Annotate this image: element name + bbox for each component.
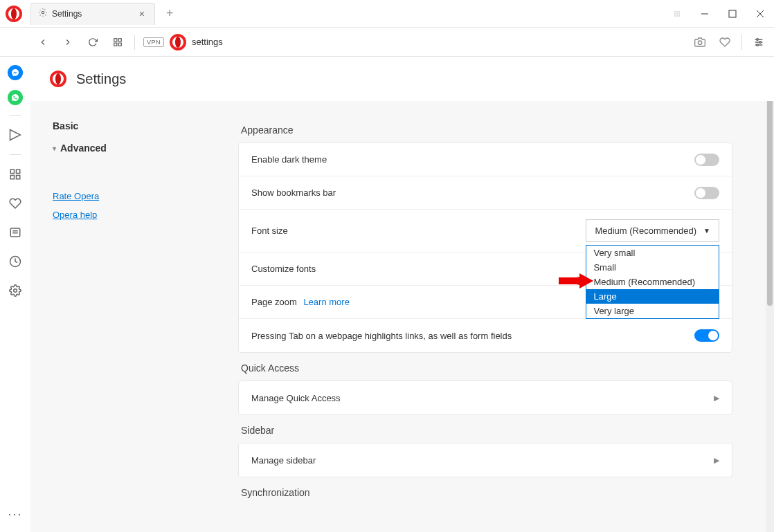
- browser-tab[interactable]: Settings ×: [30, 3, 155, 25]
- settings-sidenav: Basic ▾ Advanced Rate Opera Opera help: [30, 57, 197, 532]
- sidebar-card: Manage sidebar ▶: [238, 443, 732, 477]
- svg-point-18: [759, 41, 762, 43]
- more-icon[interactable]: ···: [6, 504, 25, 524]
- font-size-select[interactable]: Medium (Recommended) ▼ Very smallSmallMe…: [586, 219, 719, 242]
- svg-rect-8: [118, 38, 121, 41]
- caret-down-icon: ▾: [53, 145, 56, 152]
- svg-point-17: [757, 38, 759, 40]
- divider: [10, 115, 21, 116]
- font-size-dropdown: Very smallSmallMedium (Recommended)Large…: [586, 245, 719, 319]
- separator: [134, 35, 135, 50]
- dark-theme-toggle[interactable]: [694, 154, 719, 166]
- opera-icon: [170, 34, 186, 51]
- heart-icon[interactable]: [714, 31, 736, 53]
- svg-marker-33: [559, 273, 593, 288]
- appearance-card: Enable dark theme Show bookmarks bar Fon…: [238, 143, 732, 353]
- history-icon[interactable]: [6, 252, 25, 271]
- titlebar: Settings × +: [0, 0, 774, 28]
- address-bar[interactable]: VPN settings: [141, 34, 686, 51]
- tab-highlight-toggle[interactable]: [694, 329, 719, 342]
- row-label: Manage Quick Access: [251, 393, 341, 403]
- close-button[interactable]: [746, 0, 774, 28]
- svg-rect-21: [10, 169, 14, 173]
- svg-point-13: [698, 41, 701, 44]
- window-controls: [663, 0, 774, 28]
- settings-icon[interactable]: [6, 281, 25, 300]
- whatsapp-icon[interactable]: [8, 90, 23, 105]
- sidenav-item-basic[interactable]: Basic: [44, 115, 183, 137]
- row-label: Page zoom Learn more: [251, 297, 350, 307]
- row-manage-sidebar[interactable]: Manage sidebar ▶: [239, 443, 732, 477]
- svg-point-12: [175, 37, 181, 48]
- chevron-right-icon: ▶: [714, 394, 719, 403]
- news-icon[interactable]: [6, 223, 25, 242]
- opera-help-link[interactable]: Opera help: [44, 205, 183, 224]
- svg-rect-10: [118, 43, 121, 46]
- chevron-down-icon: ▼: [703, 227, 710, 235]
- svg-point-29: [14, 289, 17, 293]
- svg-point-31: [55, 73, 61, 84]
- speed-dial-icon[interactable]: [663, 0, 691, 28]
- sidenav-label: Basic: [53, 120, 78, 131]
- divider: [10, 154, 21, 155]
- row-label: Customize fonts: [251, 264, 316, 274]
- row-bookmarks-bar: Show bookmarks bar: [239, 176, 732, 210]
- sidenav-label: Advanced: [60, 143, 107, 154]
- reload-button[interactable]: [82, 31, 104, 53]
- scrollbar-thumb[interactable]: [767, 98, 773, 306]
- close-icon[interactable]: ×: [136, 8, 147, 19]
- vpn-badge[interactable]: VPN: [143, 37, 164, 47]
- row-label: Font size: [251, 226, 288, 236]
- svg-rect-7: [114, 38, 117, 41]
- toolbar: VPN settings: [0, 28, 774, 57]
- bookmarks-bar-toggle[interactable]: [694, 187, 719, 199]
- row-label: Show bookmarks bar: [251, 187, 336, 198]
- bookmarks-icon[interactable]: [6, 194, 25, 213]
- row-label: Enable dark theme: [251, 154, 327, 165]
- row-dark-theme: Enable dark theme: [239, 143, 732, 176]
- row-label: Pressing Tab on a webpage highlights lin…: [251, 331, 512, 341]
- dropdown-option[interactable]: Very small: [586, 246, 719, 260]
- svg-rect-23: [10, 176, 14, 179]
- easy-setup-icon[interactable]: [748, 31, 770, 53]
- maximize-button[interactable]: [719, 0, 746, 28]
- sidenav-item-advanced[interactable]: ▾ Advanced: [44, 137, 183, 159]
- row-font-size: Font size Medium (Recommended) ▼ Very sm…: [239, 210, 732, 253]
- messenger-icon[interactable]: [8, 65, 23, 80]
- speed-dial-icon[interactable]: [6, 165, 25, 184]
- scrollbar[interactable]: [766, 57, 774, 532]
- minimize-button[interactable]: [691, 0, 719, 28]
- dropdown-option[interactable]: Very large: [586, 304, 719, 318]
- page-title: Settings: [76, 71, 126, 87]
- select-value: Medium (Recommended): [595, 226, 696, 236]
- settings-content: Settings Basic ▾ Advanced Rate Opera Ope…: [30, 57, 774, 532]
- opera-icon: [50, 71, 66, 87]
- address-text: settings: [192, 37, 223, 47]
- svg-rect-9: [114, 43, 117, 46]
- opera-logo[interactable]: [0, 6, 28, 22]
- app-sidebar: ···: [0, 57, 30, 532]
- section-title-sync: Synchronization: [241, 487, 732, 498]
- tab-title: Settings: [52, 9, 136, 19]
- row-label: Manage sidebar: [251, 455, 316, 466]
- dropdown-option[interactable]: Medium (Recommended): [586, 275, 719, 289]
- annotation-arrow: [559, 273, 593, 288]
- tiles-icon[interactable]: [107, 31, 129, 53]
- svg-point-19: [757, 44, 759, 46]
- dropdown-option[interactable]: Large: [586, 289, 719, 304]
- svg-rect-22: [17, 169, 20, 173]
- rate-opera-link[interactable]: Rate Opera: [44, 187, 183, 205]
- svg-point-2: [42, 11, 44, 14]
- forward-button[interactable]: [57, 31, 79, 53]
- row-tab-highlight: Pressing Tab on a webpage highlights lin…: [239, 319, 732, 352]
- learn-more-link[interactable]: Learn more: [303, 297, 349, 307]
- section-title-appearance: Appearance: [241, 125, 732, 136]
- quick-access-card: Manage Quick Access ▶: [238, 380, 732, 415]
- snapshot-icon[interactable]: [689, 31, 711, 53]
- back-button[interactable]: [32, 31, 54, 53]
- svg-rect-4: [729, 10, 736, 17]
- dropdown-option[interactable]: Small: [586, 260, 719, 275]
- row-manage-quick-access[interactable]: Manage Quick Access ▶: [239, 381, 732, 414]
- new-tab-button[interactable]: +: [161, 3, 179, 24]
- send-icon[interactable]: [6, 125, 25, 145]
